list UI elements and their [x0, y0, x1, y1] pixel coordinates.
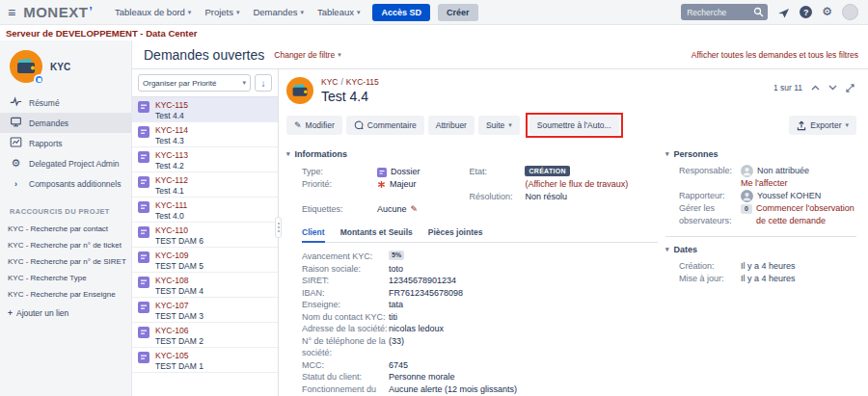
- issue-list-item[interactable]: KYC-106TEST DAM 2: [132, 323, 278, 348]
- feedback-icon[interactable]: [777, 7, 790, 18]
- edit-labels-pencil-icon[interactable]: ✎: [411, 203, 419, 216]
- field-label: Avancement KYC:: [302, 251, 389, 263]
- user-avatar[interactable]: [842, 4, 858, 20]
- sidebar-item-reports[interactable]: Rapports: [0, 133, 131, 153]
- sidebar-item-issues[interactable]: Demandes: [0, 113, 131, 133]
- previous-issue-button[interactable]: [811, 85, 820, 91]
- expand-detail-icon[interactable]: [846, 84, 854, 92]
- chevron-down-icon: ▾: [242, 79, 246, 87]
- sidebar-item-label: Demandes: [29, 119, 68, 128]
- issue-list-item[interactable]: KYC-115Test 4.4: [132, 97, 278, 122]
- sidebar-item-delegated-admin[interactable]: ⚙ Delegated Project Admin: [0, 153, 131, 173]
- submit-to-auto-button[interactable]: Soumettre à l'Auto...: [529, 116, 619, 135]
- chevron-down-icon: ▾: [236, 9, 240, 16]
- edit-button[interactable]: ✎ Modifier: [286, 116, 342, 135]
- field-label: Type:: [302, 166, 377, 178]
- shortcut-link-ticket[interactable]: KYC - Recherche par n° de ticket: [0, 237, 131, 253]
- view-all-filters-link[interactable]: Afficher toutes les demandes et tous les…: [692, 50, 858, 60]
- issue-type-icon: [377, 168, 387, 177]
- monitor-icon: [10, 116, 22, 130]
- create-button[interactable]: Créer: [438, 4, 478, 21]
- section-dates[interactable]: ▾ Dates: [665, 245, 856, 254]
- issue-list-item[interactable]: KYC-111Test 4.0: [132, 198, 278, 223]
- hamburger-menu-icon[interactable]: ≡: [8, 5, 15, 20]
- issue-list-item[interactable]: KYC-108TEST DAM 4: [132, 273, 278, 298]
- issue-summary: TEST DAM 6: [155, 236, 203, 247]
- sidebar-item-summary[interactable]: Résumé: [0, 92, 131, 113]
- assign-button[interactable]: Attribuer: [428, 116, 475, 135]
- add-shortcut-label: Ajouter un lien: [16, 308, 68, 318]
- comment-button[interactable]: Commentaire: [346, 116, 424, 135]
- tab-pieces-jointes[interactable]: Pièces jointes: [428, 225, 483, 242]
- issue-list-item[interactable]: KYC-113Test 4.2: [132, 147, 278, 172]
- watchers-count-badge: 0: [741, 204, 752, 214]
- issue-summary: Test 4.2: [155, 161, 188, 172]
- field-value: nicolas ledoux: [389, 323, 444, 335]
- submit-to-auto-label: Soumettre à l'Auto...: [537, 120, 611, 130]
- nav-issues[interactable]: Demandes ▾: [246, 0, 310, 25]
- assign-to-me-link[interactable]: Me l'affecter: [741, 178, 788, 188]
- add-shortcut-link[interactable]: +Ajouter un lien: [0, 303, 131, 324]
- assignee-value: Non attribuée: [757, 165, 809, 177]
- nav-boards[interactable]: Tableaux ▾: [311, 0, 367, 25]
- issue-list-item[interactable]: KYC-107TEST DAM 3: [132, 298, 278, 323]
- issue-summary: TEST DAM 4: [155, 286, 203, 297]
- change-filter-label: Changer de filtre: [274, 50, 335, 60]
- sort-direction-button[interactable]: ↓: [255, 74, 272, 92]
- reporter-link[interactable]: Youssef KOHEN: [757, 190, 821, 202]
- shortcut-link-enseigne[interactable]: KYC - Recherche par Enseigne: [0, 286, 131, 303]
- section-informations[interactable]: ▾ Informations: [286, 149, 658, 159]
- shortcut-link-type[interactable]: KYC - Recherche Type: [0, 270, 131, 286]
- issue-list-item[interactable]: KYC-105TEST DAM 1: [132, 348, 278, 373]
- field-value: 6745: [389, 359, 408, 372]
- section-people[interactable]: ▾ Personnes: [665, 149, 856, 159]
- change-filter-link[interactable]: Changer de filtre ▾: [274, 50, 340, 60]
- field-label: MCC:: [302, 359, 389, 372]
- shortcut-link-siret[interactable]: KYC - Recherche par n° de SIRET: [0, 253, 131, 270]
- start-watching-link[interactable]: Commencer l'observation de cette demande: [756, 202, 856, 227]
- field-label: Fonctionnement du compte:: [302, 383, 389, 396]
- export-button[interactable]: Exporter ▾: [789, 116, 856, 135]
- export-label: Exporter: [810, 120, 841, 130]
- sort-by-select[interactable]: Organiser par Priorité ▾: [138, 74, 251, 92]
- shortcut-link-contact[interactable]: KYC - Recherche par contact: [0, 221, 131, 237]
- show-workflow-link[interactable]: (Afficher le flux de travaux): [525, 178, 628, 191]
- gear-icon[interactable]: ⚙: [822, 6, 832, 18]
- acces-sd-button[interactable]: Accès SD: [372, 4, 430, 21]
- issue-list-item[interactable]: KYC-109TEST DAM 5: [132, 248, 278, 273]
- issue-summary: TEST DAM 3: [155, 311, 203, 322]
- updated-value: Il y a 4 heures: [741, 273, 796, 285]
- project-name: KYC: [50, 62, 70, 72]
- nav-projects[interactable]: Projets ▾: [198, 0, 246, 25]
- edit-label: Modifier: [306, 120, 335, 130]
- field-value: Personne morale: [389, 371, 455, 383]
- nav-label: Demandes: [253, 7, 297, 17]
- field-label: Gérer les observateurs:: [679, 202, 741, 227]
- tab-client[interactable]: Client: [302, 225, 325, 243]
- sidebar-item-addons[interactable]: › Composants additionnels: [0, 173, 131, 194]
- next-issue-button[interactable]: [828, 85, 837, 91]
- field-label: Statut du client:: [302, 371, 389, 383]
- issue-list-item[interactable]: KYC-114Test 4.3: [132, 122, 278, 147]
- field-value: titi: [389, 311, 397, 324]
- issue-key: KYC-107: [155, 301, 203, 311]
- issue-list-item[interactable]: KYC-110TEST DAM 6: [132, 223, 278, 248]
- more-actions-button[interactable]: Suite ▾: [478, 116, 520, 135]
- panel-resize-handle[interactable]: [275, 217, 282, 238]
- field-label: Mise à jour:: [679, 273, 741, 285]
- issue-list-item[interactable]: KYC-112Test 4.1: [132, 172, 278, 198]
- breadcrumb-issue-link[interactable]: KYC-115: [346, 77, 379, 87]
- breadcrumb-project-link[interactable]: KYC: [321, 77, 338, 87]
- nav-dashboards[interactable]: Tableaux de bord ▾: [108, 0, 198, 25]
- issue-key: KYC-115: [155, 100, 188, 111]
- detail-tabs: Client Montants et Seuils Pièces jointes: [302, 225, 658, 243]
- monext-logo[interactable]: MONEXT ’: [23, 4, 93, 20]
- field-value: 12345678901234: [389, 275, 456, 287]
- issue-key: KYC-114: [155, 125, 188, 136]
- field-label: Résolution:: [469, 191, 525, 203]
- tab-montants-et-seuils[interactable]: Montants et Seuils: [340, 225, 413, 242]
- chevron-down-icon: ▾: [338, 51, 341, 59]
- progress-badge: 5%: [389, 251, 404, 260]
- help-icon[interactable]: ?: [800, 6, 812, 18]
- environment-banner-text: Serveur de DEVELOPPEMENT - Data Center: [6, 28, 198, 39]
